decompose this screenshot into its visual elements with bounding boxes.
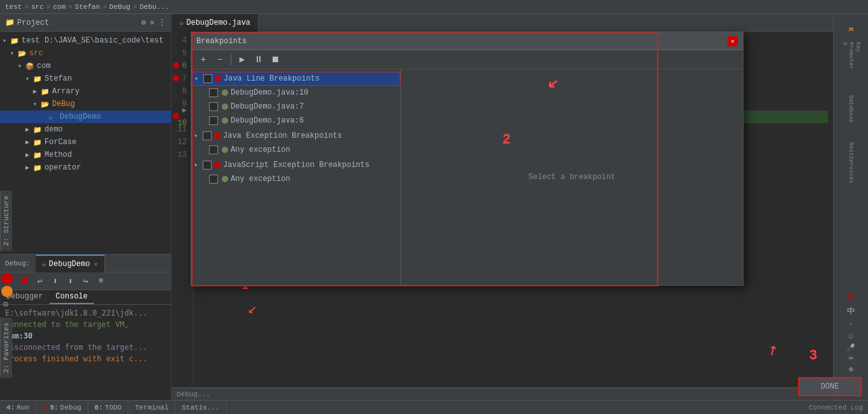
code-tab-debugdemo[interactable]: ☕ DebugDemo.java: [172, 14, 259, 32]
bp-checkbox-line7[interactable]: [209, 102, 218, 111]
annotation-3: 3: [810, 347, 817, 363]
debug-tab-dot: ●: [43, 404, 47, 411]
code-tab-label: DebugDemo.java: [186, 18, 250, 27]
bp-group-java-exception: ▾ Java Exception Breakpoints Any excepti…: [191, 129, 400, 157]
debug-tabs-bar: Debug: ☕ DebugDemo ✕: [0, 255, 171, 272]
done-button[interactable]: DONE: [798, 377, 862, 396]
toolbar-separator: [231, 54, 231, 65]
debug-step-out-btn[interactable]: ⬆: [64, 274, 78, 288]
tree-debugdemo[interactable]: ☕ DebugDemo: [0, 110, 171, 123]
debug-tab-icon: ☕: [42, 259, 46, 269]
bp-item-any-exception-js[interactable]: Any exception: [191, 172, 400, 186]
debug-tab-close[interactable]: ✕: [94, 260, 98, 268]
bp-group-label-js-exception: JavaScript Exception Breakpoints: [223, 161, 369, 170]
bp-group-header-js-exception[interactable]: ▾ JavaScript Exception Breakpoints: [191, 158, 400, 172]
tree-src[interactable]: ▾ 📂 src: [0, 47, 171, 60]
tree-forcase[interactable]: ▶ 📁 ForCase: [0, 136, 171, 149]
console-output: E:\software\jdk1.8.0_221\jdk... Connecte…: [0, 305, 171, 400]
bp-item-any-exception-java[interactable]: Any exception: [191, 143, 400, 157]
debug-tab-num: 5:: [50, 404, 58, 411]
title-bar: test > src > com > Stefan > DeBug > Debu…: [0, 0, 868, 14]
breadcrumb-stefan: Stefan: [75, 3, 100, 11]
console-sub-tab[interactable]: Console: [50, 290, 94, 304]
right-btn-rest[interactable]: RestServices: [838, 150, 864, 175]
console-line-3: sum:30: [5, 330, 166, 342]
tree-root[interactable]: ▾ 📁 test D:\JAVA_SE\basic_code\test: [0, 34, 171, 47]
bp-group-header-java-line[interactable]: ▾ Java Line Breakpoints: [191, 72, 400, 86]
bp-add-button[interactable]: +: [196, 53, 210, 67]
bottom-tab-debug[interactable]: ● 5: Debug: [36, 401, 88, 415]
bp-play-button[interactable]: ▶: [235, 53, 249, 67]
tree-src-label: src: [29, 49, 43, 58]
debug-step-into-btn[interactable]: ⬇: [48, 274, 62, 288]
ime-keyboard-icon[interactable]: ⌨: [849, 354, 853, 363]
console-line-1: E:\software\jdk1.8.0_221\jdk...: [5, 307, 166, 319]
bp-remove-button[interactable]: −: [213, 53, 227, 67]
menu-icon[interactable]: ⋮: [158, 18, 166, 27]
tree-debug-folder[interactable]: ▾ 📂 DeBug: [0, 98, 171, 110]
tree-operator[interactable]: ▶ 📁 operator: [0, 161, 171, 174]
debug-red-dot-icon[interactable]: [1, 273, 13, 284]
annotation-2: 2: [503, 131, 510, 147]
bottom-tab-status[interactable]: Statis...: [175, 401, 226, 415]
breadcrumb-project: test: [5, 3, 22, 11]
tree-method[interactable]: ▶ 📁 Method: [0, 149, 171, 161]
bp-checkbox-line10[interactable]: [209, 88, 218, 97]
close-icon[interactable]: ✕: [150, 18, 154, 27]
bp-checkbox-java-line[interactable]: [203, 74, 212, 83]
tree-arrary[interactable]: ▶ 📁 Arrary: [0, 85, 171, 98]
structure-sidebar-label[interactable]: 2: Structure: [0, 190, 12, 251]
settings-icon[interactable]: ⚙: [142, 18, 146, 27]
bp-dot-java-exception: [214, 133, 220, 139]
debug-sub-tabs: Debugger Console: [0, 290, 171, 305]
bp-detail-area: Select a breakpoint: [401, 69, 743, 285]
ime-settings-icon[interactable]: ⚙: [849, 365, 853, 373]
right-btn-key-promoter[interactable]: Key Promoter X: [838, 43, 864, 69]
bottom-tab-run[interactable]: 4: Run: [0, 401, 36, 415]
bp-checkbox-line6[interactable]: [209, 116, 218, 125]
ime-dot-icon[interactable]: ·: [848, 319, 853, 329]
bp-item-line10[interactable]: DebugDemo.java:10: [191, 86, 400, 100]
bottom-tab-terminal[interactable]: Terminal: [128, 401, 175, 415]
debug-extra-icon[interactable]: ⊡: [0, 298, 11, 310]
right-btn-database[interactable]: Database: [838, 97, 864, 122]
bottom-tab-todo[interactable]: 6: TODO: [88, 401, 129, 415]
tree-method-label: Method: [44, 150, 72, 159]
bp-item-line6[interactable]: DebugDemo.java:6: [191, 114, 400, 128]
debug-tab-active[interactable]: ☕ DebugDemo ✕: [36, 255, 105, 272]
debug-run-cursor-btn[interactable]: ↪: [79, 274, 93, 288]
bp-checkbox-any-exception-js[interactable]: [209, 175, 218, 184]
bp-dot-line10: [222, 90, 228, 96]
debug-side-icons: ⊡: [0, 273, 13, 310]
ime-s-icon[interactable]: S: [848, 293, 853, 303]
bp-item-line7[interactable]: DebugDemo.java:7: [191, 100, 400, 114]
ime-zh-icon[interactable]: 中: [847, 305, 855, 317]
debug-orange-dot-icon[interactable]: [1, 286, 13, 297]
bp-pause-button[interactable]: ⏸: [252, 53, 266, 67]
bp-stop-button[interactable]: ⏹: [268, 53, 282, 67]
tree-demo[interactable]: ▶ 📁 demo: [0, 123, 171, 136]
code-area: ☕ DebugDemo.java 4 5 6 7 8 9: [172, 14, 833, 400]
tree-com[interactable]: ▾ 📦 com: [0, 60, 171, 72]
debug-eval-btn[interactable]: ≡: [94, 274, 108, 288]
debug-step-over-btn[interactable]: ↩: [33, 274, 47, 288]
right-btn-1[interactable]: K: [838, 17, 864, 42]
bp-list: ▾ Java Line Breakpoints DebugDemo.java:1…: [191, 69, 401, 285]
bp-item-label-any-exception-js: Any exception: [231, 175, 290, 184]
bp-checkbox-java-exception[interactable]: [203, 131, 212, 140]
debug-tab-label: DebugDemo: [49, 260, 90, 269]
tree-stefan[interactable]: ▾ 📁 Stefan: [0, 72, 171, 85]
console-line-2: Connected to the target VM,: [5, 319, 166, 330]
folder-icon: 📁: [10, 37, 20, 45]
tree-demo-label: demo: [44, 125, 63, 134]
favorites-sidebar-label[interactable]: 2: Favorites: [0, 317, 12, 378]
bp-group-header-java-exception[interactable]: ▾ Java Exception Breakpoints: [191, 129, 400, 143]
ime-emoji-icon[interactable]: ☺: [848, 331, 853, 341]
ime-mic-icon[interactable]: 🎤: [846, 344, 855, 352]
debug-panel: Debug: ☕ DebugDemo ✕ ⏸ ⏹ ↩ ⬇ ⬆ ↪ ≡ Debug…: [0, 254, 171, 400]
debug-stop-btn[interactable]: ⏹: [18, 274, 32, 288]
bp-checkbox-js-exception[interactable]: [203, 161, 212, 170]
bp-checkbox-any-exception-java[interactable]: [209, 145, 218, 154]
dialog-close-button[interactable]: ✕: [728, 36, 738, 46]
debug-toolbar: ⏸ ⏹ ↩ ⬇ ⬆ ↪ ≡: [0, 272, 171, 290]
